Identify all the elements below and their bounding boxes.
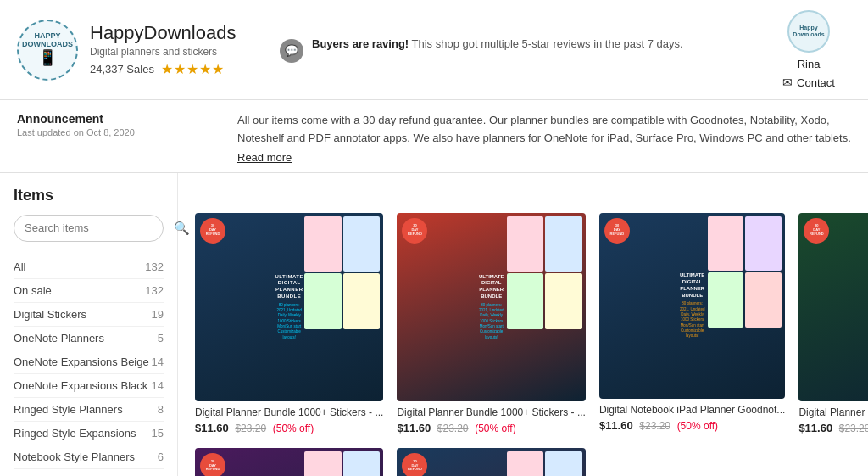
raving-rest: This shop got multiple 5-star reviews in… (409, 37, 682, 50)
last-updated: Last updated on Oct 8, 2020 (17, 127, 237, 137)
filter-label: Notebook Style Planners (14, 451, 135, 463)
refund-badge: 30DAYREFUND (408, 460, 422, 472)
announcement-title: Announcement (17, 112, 237, 126)
filter-label: OneNote Expansions Beige (14, 356, 149, 368)
product-card[interactable]: 30DAYREFUND ULTIMATEDIGITALPLANNERBUNDLE… (397, 213, 585, 434)
content-header: Sort: Most Recent ▼ (195, 187, 868, 199)
refund-badge: 30DAYREFUND (610, 224, 625, 236)
raving-text: Buyers are raving! This shop got multipl… (312, 37, 683, 50)
logo-icon: 📱 (22, 48, 73, 67)
shop-tagline: Digital planners and stickers (90, 46, 236, 58)
product-price-row: $11.60 $23.20 (50% off) (798, 422, 868, 434)
filter-label: Digital Stickers (14, 308, 86, 321)
product-name: Digital Planner Bundle 1000+ Stickers - … (397, 406, 585, 418)
product-image: 30DAYREFUND ULTIMATEDIGITALPLANNERBUNDLE… (195, 448, 383, 476)
filter-count: 15 (152, 427, 164, 440)
price-off: (50% off) (273, 423, 314, 434)
price-original: $23.20 (839, 423, 868, 434)
filter-on-sale[interactable]: On sale132 (14, 279, 164, 303)
filter-label: Ringed Style Expansions (14, 427, 136, 440)
product-name: Digital Planner Bundle 1000+ Stickers - … (798, 406, 868, 418)
price-current: $11.60 (397, 422, 431, 434)
items-heading: Items (14, 187, 164, 204)
header-center: 💬 Buyers are raving! This shop got multi… (254, 37, 766, 63)
filter-label: All (14, 260, 25, 273)
contact-button[interactable]: ✉ Contact (782, 76, 835, 89)
product-card[interactable]: 30DAYREFUND ULTIMATEDIGITALPLANNERBUNDLE… (798, 213, 868, 434)
read-more-link[interactable]: Read more (237, 151, 292, 164)
price-off: (50% off) (475, 423, 515, 434)
header: HappyDownloads 📱 HappyDownloads Digital … (0, 0, 868, 100)
product-image: 30DAYREFUND ULTIMATEDIGITALPLANNERBUNDLE… (397, 213, 585, 401)
filter-digital-stickers[interactable]: Digital Stickers19 (14, 303, 164, 327)
logo-text: HappyDownloads (22, 32, 73, 49)
product-card[interactable]: 30DAYREFUND ULTIMATEDIGITALPLANNERBUNDLE… (195, 213, 383, 434)
content-area: Sort: Most Recent ▼ 30DAYREFUND ULTIMATE… (178, 173, 868, 476)
product-card[interactable]: 30DAYREFUND ULTIMATEDIGITALPLANNERBUNDLE… (599, 213, 785, 434)
price-off: (50% off) (677, 420, 718, 432)
product-name: Digital Planner Bundle 1000+ Stickers - … (195, 406, 383, 418)
avatar-text: HappyDownloads (793, 25, 824, 39)
user-avatar: HappyDownloads (787, 10, 830, 53)
product-image: 30DAYREFUND ULTIMATEDIGITALPLANNERBUNDLE… (798, 213, 868, 401)
filter-onenote-black[interactable]: OneNote Expansions Black14 (14, 374, 164, 398)
announcement-left: Announcement Last updated on Oct 8, 2020 (17, 112, 237, 164)
price-original: $23.20 (639, 420, 670, 432)
refund-badge: 30DAYREFUND (408, 224, 422, 236)
main-layout: Items 🔍 All132 On sale132 Digital Sticke… (0, 173, 868, 476)
filter-count: 19 (152, 308, 164, 321)
search-input[interactable] (25, 221, 167, 234)
filter-count: 132 (145, 284, 164, 297)
filter-label: Ringed Style Planners (14, 403, 123, 416)
filter-count: 132 (145, 260, 164, 273)
product-price-row: $11.60 $23.20 (50% off) (397, 422, 585, 434)
filter-count: 8 (158, 403, 164, 416)
filter-ringed-planners[interactable]: Ringed Style Planners8 (14, 398, 164, 422)
product-image: 30DAYREFUND ULTIMATEDIGITALPLANNERBUNDLE… (195, 213, 383, 401)
product-image: 30DAYREFUND ULTIMATEDIGITALPLANNERBUNDLE… (599, 213, 785, 399)
price-current: $11.60 (195, 422, 229, 434)
filter-label: OneNote Expansions Black (14, 379, 147, 392)
filter-count: 5 (158, 332, 164, 344)
announcement-body-area: All our items come with a 30 day refund … (237, 112, 851, 164)
envelope-icon: ✉ (782, 76, 793, 89)
filter-ringed-expansions[interactable]: Ringed Style Expansions15 (14, 422, 164, 445)
filter-notebook-planners[interactable]: Notebook Style Planners6 (14, 445, 164, 469)
sidebar: Items 🔍 All132 On sale132 Digital Sticke… (0, 173, 178, 476)
filter-list: All132 On sale132 Digital Stickers19 One… (14, 255, 164, 469)
product-image: 30DAYREFUND ULTIMATEDIGITALPLANNERBUNDLE… (397, 448, 585, 476)
filter-onenote-planners[interactable]: OneNote Planners5 (14, 327, 164, 350)
contact-label: Contact (797, 76, 835, 89)
shop-logo: HappyDownloads 📱 (17, 20, 78, 81)
sales-count: 24,337 Sales (90, 63, 154, 76)
price-original: $23.20 (437, 423, 469, 434)
announcement-section: Announcement Last updated on Oct 8, 2020… (0, 100, 868, 173)
filter-label: OneNote Planners (14, 332, 104, 344)
filter-count: 14 (152, 379, 164, 392)
product-name: Digital Notebook iPad Planner Goodnot... (599, 404, 785, 416)
stars-display: ★★★★★ (161, 61, 225, 77)
raving-icon: 💬 (280, 39, 303, 63)
filter-count: 6 (158, 451, 164, 463)
price-current: $11.60 (599, 419, 633, 432)
product-price-row: $11.60 $23.20 (50% off) (195, 422, 383, 434)
product-card[interactable]: 30DAYREFUND ULTIMATEDIGITALPLANNERBUNDLE… (397, 448, 585, 476)
raving-bold: Buyers are raving! (312, 37, 409, 50)
announcement-body: All our items come with a 30 day refund … (237, 112, 851, 148)
price-original: $23.20 (235, 423, 266, 434)
filter-count: 14 (152, 356, 164, 368)
price-current: $11.60 (798, 422, 832, 434)
shop-name: HappyDownloads (90, 22, 236, 44)
product-price-row: $11.60 $23.20 (50% off) (599, 419, 785, 432)
refund-badge: 30DAYREFUND (206, 460, 220, 472)
filter-onenote-beige[interactable]: OneNote Expansions Beige14 (14, 350, 164, 374)
search-box: 🔍 (14, 215, 164, 242)
header-right: HappyDownloads Rina ✉ Contact (766, 10, 851, 89)
product-grid: 30DAYREFUND ULTIMATEDIGITALPLANNERBUNDLE… (195, 213, 868, 476)
shop-info: HappyDownloads Digital planners and stic… (90, 22, 236, 77)
filter-all[interactable]: All132 (14, 255, 164, 279)
user-name: Rina (798, 58, 821, 70)
product-card[interactable]: 30DAYREFUND ULTIMATEDIGITALPLANNERBUNDLE… (195, 448, 383, 476)
refund-badge: 30DAYREFUND (206, 224, 220, 236)
refund-badge: 30DAYREFUND (810, 224, 824, 236)
